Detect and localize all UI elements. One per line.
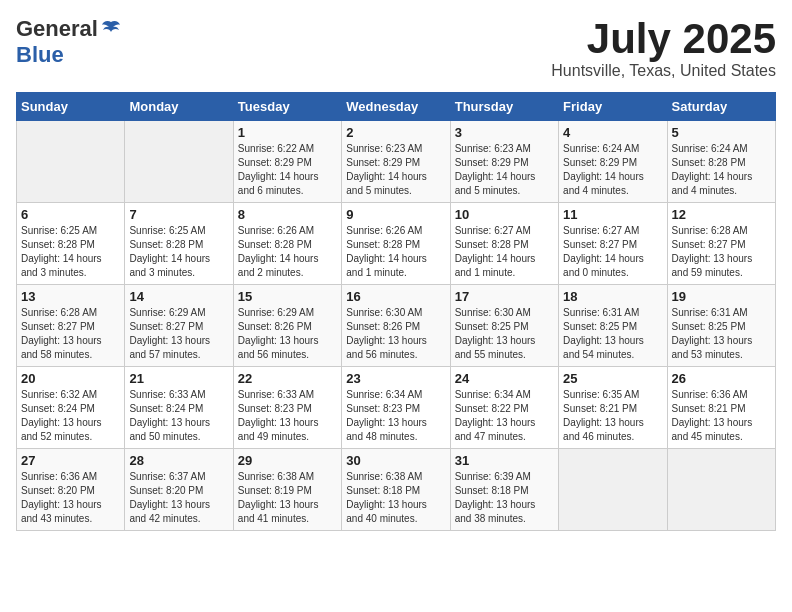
day-number: 24: [455, 371, 554, 386]
calendar-cell: 10Sunrise: 6:27 AM Sunset: 8:28 PM Dayli…: [450, 203, 558, 285]
day-number: 17: [455, 289, 554, 304]
day-number: 6: [21, 207, 120, 222]
column-header-thursday: Thursday: [450, 93, 558, 121]
day-info: Sunrise: 6:28 AM Sunset: 8:27 PM Dayligh…: [672, 224, 771, 280]
calendar-cell: 2Sunrise: 6:23 AM Sunset: 8:29 PM Daylig…: [342, 121, 450, 203]
day-number: 10: [455, 207, 554, 222]
day-number: 9: [346, 207, 445, 222]
calendar-cell: 13Sunrise: 6:28 AM Sunset: 8:27 PM Dayli…: [17, 285, 125, 367]
day-info: Sunrise: 6:25 AM Sunset: 8:28 PM Dayligh…: [21, 224, 120, 280]
day-info: Sunrise: 6:23 AM Sunset: 8:29 PM Dayligh…: [455, 142, 554, 198]
calendar-cell: 3Sunrise: 6:23 AM Sunset: 8:29 PM Daylig…: [450, 121, 558, 203]
day-info: Sunrise: 6:32 AM Sunset: 8:24 PM Dayligh…: [21, 388, 120, 444]
calendar-cell: 22Sunrise: 6:33 AM Sunset: 8:23 PM Dayli…: [233, 367, 341, 449]
day-info: Sunrise: 6:29 AM Sunset: 8:26 PM Dayligh…: [238, 306, 337, 362]
calendar-cell: 27Sunrise: 6:36 AM Sunset: 8:20 PM Dayli…: [17, 449, 125, 531]
column-header-wednesday: Wednesday: [342, 93, 450, 121]
day-info: Sunrise: 6:33 AM Sunset: 8:23 PM Dayligh…: [238, 388, 337, 444]
day-info: Sunrise: 6:28 AM Sunset: 8:27 PM Dayligh…: [21, 306, 120, 362]
day-number: 20: [21, 371, 120, 386]
day-info: Sunrise: 6:25 AM Sunset: 8:28 PM Dayligh…: [129, 224, 228, 280]
day-number: 26: [672, 371, 771, 386]
day-info: Sunrise: 6:24 AM Sunset: 8:29 PM Dayligh…: [563, 142, 662, 198]
calendar-week-row: 1Sunrise: 6:22 AM Sunset: 8:29 PM Daylig…: [17, 121, 776, 203]
calendar-cell: 30Sunrise: 6:38 AM Sunset: 8:18 PM Dayli…: [342, 449, 450, 531]
logo-blue-text: Blue: [16, 42, 64, 68]
calendar-cell: 25Sunrise: 6:35 AM Sunset: 8:21 PM Dayli…: [559, 367, 667, 449]
page-header: General Blue July 2025 Huntsville, Texas…: [16, 16, 776, 80]
logo: General Blue: [16, 16, 122, 68]
calendar-cell: 8Sunrise: 6:26 AM Sunset: 8:28 PM Daylig…: [233, 203, 341, 285]
day-info: Sunrise: 6:27 AM Sunset: 8:28 PM Dayligh…: [455, 224, 554, 280]
day-number: 4: [563, 125, 662, 140]
day-info: Sunrise: 6:36 AM Sunset: 8:21 PM Dayligh…: [672, 388, 771, 444]
day-number: 5: [672, 125, 771, 140]
day-number: 14: [129, 289, 228, 304]
calendar-cell: 29Sunrise: 6:38 AM Sunset: 8:19 PM Dayli…: [233, 449, 341, 531]
day-info: Sunrise: 6:36 AM Sunset: 8:20 PM Dayligh…: [21, 470, 120, 526]
calendar-cell: 23Sunrise: 6:34 AM Sunset: 8:23 PM Dayli…: [342, 367, 450, 449]
month-title: July 2025: [551, 16, 776, 62]
calendar-cell: 16Sunrise: 6:30 AM Sunset: 8:26 PM Dayli…: [342, 285, 450, 367]
calendar-cell: 18Sunrise: 6:31 AM Sunset: 8:25 PM Dayli…: [559, 285, 667, 367]
column-header-saturday: Saturday: [667, 93, 775, 121]
day-info: Sunrise: 6:38 AM Sunset: 8:18 PM Dayligh…: [346, 470, 445, 526]
calendar-cell: 12Sunrise: 6:28 AM Sunset: 8:27 PM Dayli…: [667, 203, 775, 285]
day-info: Sunrise: 6:34 AM Sunset: 8:22 PM Dayligh…: [455, 388, 554, 444]
day-info: Sunrise: 6:27 AM Sunset: 8:27 PM Dayligh…: [563, 224, 662, 280]
day-info: Sunrise: 6:33 AM Sunset: 8:24 PM Dayligh…: [129, 388, 228, 444]
day-number: 1: [238, 125, 337, 140]
day-info: Sunrise: 6:26 AM Sunset: 8:28 PM Dayligh…: [238, 224, 337, 280]
calendar-cell: 26Sunrise: 6:36 AM Sunset: 8:21 PM Dayli…: [667, 367, 775, 449]
day-info: Sunrise: 6:22 AM Sunset: 8:29 PM Dayligh…: [238, 142, 337, 198]
day-info: Sunrise: 6:34 AM Sunset: 8:23 PM Dayligh…: [346, 388, 445, 444]
calendar-cell: 5Sunrise: 6:24 AM Sunset: 8:28 PM Daylig…: [667, 121, 775, 203]
day-info: Sunrise: 6:31 AM Sunset: 8:25 PM Dayligh…: [672, 306, 771, 362]
column-header-sunday: Sunday: [17, 93, 125, 121]
day-info: Sunrise: 6:23 AM Sunset: 8:29 PM Dayligh…: [346, 142, 445, 198]
day-number: 23: [346, 371, 445, 386]
calendar-cell: 28Sunrise: 6:37 AM Sunset: 8:20 PM Dayli…: [125, 449, 233, 531]
day-info: Sunrise: 6:30 AM Sunset: 8:26 PM Dayligh…: [346, 306, 445, 362]
day-number: 21: [129, 371, 228, 386]
calendar-week-row: 13Sunrise: 6:28 AM Sunset: 8:27 PM Dayli…: [17, 285, 776, 367]
day-info: Sunrise: 6:37 AM Sunset: 8:20 PM Dayligh…: [129, 470, 228, 526]
calendar-week-row: 20Sunrise: 6:32 AM Sunset: 8:24 PM Dayli…: [17, 367, 776, 449]
day-number: 28: [129, 453, 228, 468]
logo-bird-icon: [100, 18, 122, 40]
day-number: 12: [672, 207, 771, 222]
day-number: 7: [129, 207, 228, 222]
day-number: 11: [563, 207, 662, 222]
calendar-cell: [667, 449, 775, 531]
calendar-table: SundayMondayTuesdayWednesdayThursdayFrid…: [16, 92, 776, 531]
calendar-cell: 9Sunrise: 6:26 AM Sunset: 8:28 PM Daylig…: [342, 203, 450, 285]
calendar-cell: [125, 121, 233, 203]
day-number: 15: [238, 289, 337, 304]
calendar-cell: [559, 449, 667, 531]
day-info: Sunrise: 6:30 AM Sunset: 8:25 PM Dayligh…: [455, 306, 554, 362]
day-number: 25: [563, 371, 662, 386]
calendar-header-row: SundayMondayTuesdayWednesdayThursdayFrid…: [17, 93, 776, 121]
day-info: Sunrise: 6:31 AM Sunset: 8:25 PM Dayligh…: [563, 306, 662, 362]
calendar-cell: 7Sunrise: 6:25 AM Sunset: 8:28 PM Daylig…: [125, 203, 233, 285]
location-text: Huntsville, Texas, United States: [551, 62, 776, 80]
day-info: Sunrise: 6:35 AM Sunset: 8:21 PM Dayligh…: [563, 388, 662, 444]
day-info: Sunrise: 6:24 AM Sunset: 8:28 PM Dayligh…: [672, 142, 771, 198]
day-info: Sunrise: 6:26 AM Sunset: 8:28 PM Dayligh…: [346, 224, 445, 280]
day-info: Sunrise: 6:39 AM Sunset: 8:18 PM Dayligh…: [455, 470, 554, 526]
title-block: July 2025 Huntsville, Texas, United Stat…: [551, 16, 776, 80]
calendar-cell: 24Sunrise: 6:34 AM Sunset: 8:22 PM Dayli…: [450, 367, 558, 449]
column-header-friday: Friday: [559, 93, 667, 121]
day-info: Sunrise: 6:29 AM Sunset: 8:27 PM Dayligh…: [129, 306, 228, 362]
calendar-cell: 21Sunrise: 6:33 AM Sunset: 8:24 PM Dayli…: [125, 367, 233, 449]
column-header-monday: Monday: [125, 93, 233, 121]
calendar-cell: 14Sunrise: 6:29 AM Sunset: 8:27 PM Dayli…: [125, 285, 233, 367]
day-number: 2: [346, 125, 445, 140]
calendar-cell: 19Sunrise: 6:31 AM Sunset: 8:25 PM Dayli…: [667, 285, 775, 367]
day-number: 30: [346, 453, 445, 468]
calendar-week-row: 6Sunrise: 6:25 AM Sunset: 8:28 PM Daylig…: [17, 203, 776, 285]
calendar-cell: 20Sunrise: 6:32 AM Sunset: 8:24 PM Dayli…: [17, 367, 125, 449]
column-header-tuesday: Tuesday: [233, 93, 341, 121]
day-number: 16: [346, 289, 445, 304]
day-number: 3: [455, 125, 554, 140]
